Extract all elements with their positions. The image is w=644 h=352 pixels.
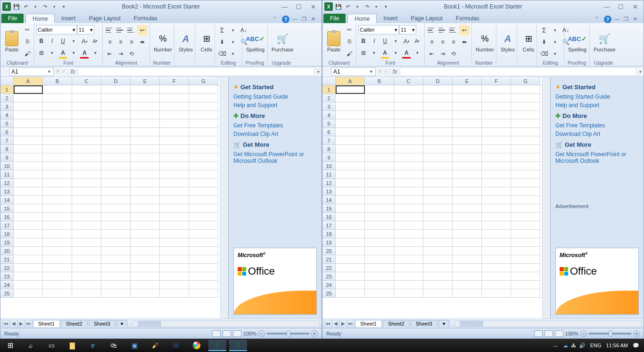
cell[interactable] <box>365 213 394 221</box>
font-color-button[interactable]: A <box>79 48 90 58</box>
cell[interactable] <box>394 145 423 153</box>
cell[interactable] <box>72 162 101 170</box>
cell[interactable] <box>511 153 540 162</box>
column-header[interactable]: A <box>14 77 43 85</box>
cell[interactable] <box>189 111 218 119</box>
autosum-button[interactable]: Σ <box>539 25 549 35</box>
cell[interactable] <box>43 230 72 238</box>
cell[interactable] <box>131 204 160 213</box>
column-header[interactable]: A <box>336 77 365 85</box>
cell[interactable] <box>189 238 218 247</box>
tray-volume-icon[interactable]: 🔊 <box>579 343 586 349</box>
purchase-button[interactable]: 🛒 Purchase <box>592 24 617 59</box>
underline-button[interactable]: U <box>58 36 68 46</box>
cell[interactable] <box>14 128 43 136</box>
cell[interactable] <box>101 196 131 204</box>
cell[interactable] <box>72 102 101 111</box>
row-header[interactable]: 17 <box>0 221 14 230</box>
cell[interactable] <box>365 255 394 264</box>
cell[interactable] <box>189 196 218 204</box>
undo-icon[interactable]: ↶ <box>344 3 352 10</box>
cell[interactable] <box>453 213 482 221</box>
cell[interactable] <box>365 128 394 136</box>
cell[interactable] <box>482 94 511 102</box>
maximize-button[interactable]: ☐ <box>616 3 626 10</box>
increase-indent-button[interactable]: ⇥ <box>116 49 126 59</box>
cells-button[interactable]: ⊞ Cells <box>197 24 216 59</box>
row-header[interactable]: 23 <box>0 272 14 281</box>
cell[interactable] <box>511 145 540 153</box>
cell[interactable] <box>43 196 72 204</box>
row-header[interactable]: 4 <box>0 111 14 119</box>
cell[interactable] <box>101 272 131 281</box>
row-header[interactable]: 9 <box>322 153 336 162</box>
cell[interactable] <box>482 247 511 255</box>
cell[interactable] <box>72 170 101 179</box>
cell[interactable] <box>160 264 189 272</box>
paint-icon[interactable]: 🖌 <box>146 340 164 351</box>
tray-network-icon[interactable]: 🖧 <box>571 343 576 349</box>
cell[interactable] <box>131 238 160 247</box>
cell[interactable] <box>101 145 131 153</box>
cell[interactable] <box>482 187 511 196</box>
sheet-tab[interactable]: Sheet1 <box>33 320 60 327</box>
cell[interactable] <box>511 136 540 145</box>
cell[interactable] <box>336 289 365 298</box>
cell[interactable] <box>189 94 218 102</box>
cell[interactable] <box>482 213 511 221</box>
cell[interactable] <box>423 289 453 298</box>
cell[interactable] <box>511 94 540 102</box>
cell[interactable] <box>72 187 101 196</box>
new-sheet-button[interactable]: ✦ <box>438 320 449 327</box>
cell[interactable] <box>189 204 218 213</box>
styles-button[interactable]: A Styles <box>498 24 517 59</box>
cancel-icon[interactable]: ✕ <box>378 68 382 75</box>
cell[interactable] <box>511 170 540 179</box>
cell[interactable] <box>131 247 160 255</box>
row-header[interactable]: 10 <box>322 162 336 170</box>
column-header[interactable]: E <box>131 77 160 85</box>
minimize-button[interactable]: — <box>280 3 289 10</box>
grow-font-button[interactable]: A▴ <box>79 36 90 46</box>
align-top-button[interactable] <box>427 25 437 35</box>
cell[interactable] <box>43 247 72 255</box>
redo-icon[interactable]: ↷ <box>363 3 371 10</box>
page-break-view-button[interactable] <box>555 330 563 337</box>
cell[interactable] <box>482 102 511 111</box>
cell[interactable] <box>394 179 423 187</box>
cell[interactable] <box>160 145 189 153</box>
vertical-scrollbar[interactable] <box>220 77 228 318</box>
cell[interactable] <box>453 289 482 298</box>
column-header[interactable]: G <box>511 77 540 85</box>
cell[interactable] <box>72 255 101 264</box>
row-header[interactable]: 23 <box>322 272 336 281</box>
cell[interactable] <box>453 196 482 204</box>
row-header[interactable]: 22 <box>322 264 336 272</box>
cell[interactable] <box>14 145 43 153</box>
row-header[interactable]: 19 <box>0 238 14 247</box>
cell[interactable] <box>131 221 160 230</box>
cell[interactable] <box>511 289 540 298</box>
tab-formulas[interactable]: Formulas <box>449 14 486 23</box>
cell[interactable] <box>43 162 72 170</box>
cell[interactable] <box>101 170 131 179</box>
row-header[interactable]: 16 <box>0 213 14 221</box>
new-sheet-button[interactable]: ✦ <box>116 320 127 327</box>
cell[interactable] <box>14 170 43 179</box>
cell[interactable] <box>14 247 43 255</box>
cell[interactable] <box>43 281 72 289</box>
start-button[interactable]: ⊞ <box>2 340 19 351</box>
cell[interactable] <box>365 85 394 94</box>
cell[interactable] <box>453 111 482 119</box>
cell[interactable] <box>43 128 72 136</box>
cell[interactable] <box>131 128 160 136</box>
normal-view-button[interactable] <box>534 330 543 337</box>
zoom-in-button[interactable]: + <box>633 330 640 337</box>
cell[interactable] <box>394 94 423 102</box>
cell[interactable] <box>14 187 43 196</box>
zoom-slider[interactable] <box>267 333 309 335</box>
cell[interactable] <box>365 264 394 272</box>
cell[interactable] <box>101 204 131 213</box>
fx-icon[interactable]: fx <box>71 68 75 75</box>
cell[interactable] <box>423 162 453 170</box>
